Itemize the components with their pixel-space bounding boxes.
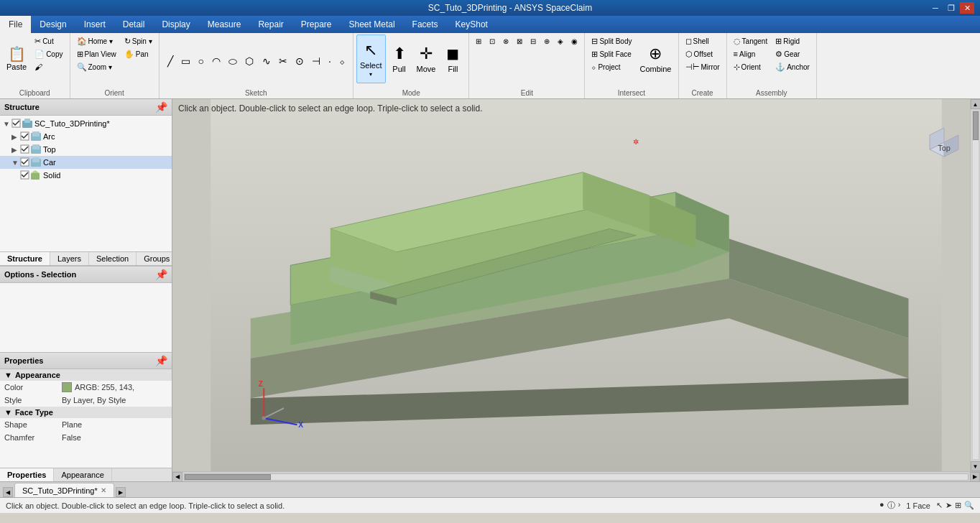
- tab-selection[interactable]: Selection: [89, 252, 137, 265]
- status-info-btn[interactable]: ⓘ: [887, 500, 895, 511]
- tab-groups[interactable]: Groups: [137, 252, 177, 265]
- edit-btn5[interactable]: ⊟: [527, 34, 540, 47]
- sketch-offset-btn[interactable]: ⊙: [292, 55, 308, 68]
- edit-btn7[interactable]: ◈: [554, 34, 567, 47]
- status-arrow2-icon[interactable]: ➤: [946, 501, 952, 510]
- edit-btn3[interactable]: ⊗: [499, 34, 512, 47]
- pan-button[interactable]: ✋ Pan: [121, 47, 156, 60]
- planview-button[interactable]: ⊞ Plan View: [73, 47, 120, 60]
- tree-check-car[interactable]: [20, 157, 30, 168]
- menu-design[interactable]: Design: [31, 16, 75, 33]
- prop-tab-appearance[interactable]: Appearance: [54, 468, 111, 481]
- tree-expander-car[interactable]: ▼: [11, 159, 20, 167]
- viewport[interactable]: Click an object. Double-click to select …: [172, 99, 980, 471]
- spin-button[interactable]: ↻ Spin ▾: [121, 34, 156, 47]
- options-pin[interactable]: 📌: [155, 269, 167, 280]
- menu-repair[interactable]: Repair: [249, 16, 292, 33]
- sketch-poly-btn[interactable]: ⬡: [241, 55, 257, 68]
- menu-display[interactable]: Display: [153, 16, 198, 33]
- status-arrow-btn[interactable]: ›: [898, 500, 901, 511]
- vscroll-down[interactable]: ▼: [971, 461, 981, 471]
- menu-sheetmetal[interactable]: Sheet Metal: [341, 16, 404, 33]
- format-button[interactable]: 🖌: [31, 60, 66, 73]
- sketch-circle-btn[interactable]: ○: [195, 55, 208, 68]
- orient-button[interactable]: ⊹ Orient: [730, 60, 772, 73]
- facetype-section-header[interactable]: ▼ Face Type: [0, 407, 172, 418]
- sketch-point-btn[interactable]: ·: [325, 55, 335, 68]
- vscroll-thumb[interactable]: [973, 111, 979, 140]
- edit-btn6[interactable]: ⊕: [540, 34, 553, 47]
- menu-measure[interactable]: Measure: [199, 16, 250, 33]
- project-button[interactable]: ⬦ Project: [588, 60, 635, 73]
- paste-button[interactable]: 📋 Paste: [3, 34, 30, 83]
- edit-btn4[interactable]: ⊠: [513, 34, 526, 47]
- tree-item-solid[interactable]: Solid: [0, 169, 172, 182]
- tab-layers[interactable]: Layers: [50, 252, 89, 265]
- rigid-button[interactable]: ⊞ Rigid: [772, 34, 813, 47]
- sketch-ellipse-btn[interactable]: ⬭: [225, 55, 241, 68]
- vscroll-up[interactable]: ▲: [971, 99, 981, 109]
- tree-check-root[interactable]: [11, 119, 22, 129]
- doc-tab-close[interactable]: ✕: [101, 486, 106, 494]
- gear-button[interactable]: ⚙ Gear: [772, 47, 813, 60]
- cut-button[interactable]: ✂ Cut: [31, 34, 66, 47]
- status-search-icon[interactable]: 🔍: [964, 501, 974, 510]
- tree-item-arc[interactable]: ▶ Arc: [0, 130, 172, 143]
- menu-keyshot[interactable]: KeyShot: [447, 16, 496, 33]
- sketch-spline-btn[interactable]: ∿: [259, 55, 274, 68]
- combine-button[interactable]: ⊕ Combine: [636, 34, 675, 83]
- hscroll-thumb[interactable]: [185, 474, 271, 480]
- tree-item-top[interactable]: ▶ Top: [0, 143, 172, 156]
- pull-button[interactable]: ⬆ Pull: [387, 34, 412, 83]
- doctab-scroll-left[interactable]: ◀: [3, 487, 13, 497]
- anchor-button[interactable]: ⚓ Anchor: [772, 60, 813, 73]
- minimize-button[interactable]: ─: [928, 2, 943, 14]
- hscroll-right[interactable]: ▶: [970, 472, 980, 482]
- zoom-button[interactable]: 🔍 Zoom ▾: [73, 60, 120, 73]
- appearance-section-header[interactable]: ▼ Appearance: [0, 369, 172, 381]
- splitface-button[interactable]: ⊞ Split Face: [588, 47, 635, 60]
- menu-detail[interactable]: Detail: [114, 16, 154, 33]
- status-frame-icon[interactable]: ⊞: [955, 501, 961, 510]
- tab-structure[interactable]: Structure: [0, 252, 50, 265]
- tree-expander-top[interactable]: ▶: [11, 146, 20, 154]
- sketch-dim-btn[interactable]: ⊣: [308, 55, 324, 68]
- mirror-button[interactable]: ⊣⊢ Mirror: [682, 60, 724, 73]
- align-button[interactable]: ≡ Align: [730, 47, 772, 60]
- menu-insert[interactable]: Insert: [75, 16, 114, 33]
- close-button[interactable]: ✕: [960, 2, 974, 14]
- move-button[interactable]: ✛ Move: [413, 34, 440, 83]
- tree-item-car[interactable]: ▼ Car: [0, 156, 172, 169]
- status-cursor-icon[interactable]: ↖: [936, 501, 943, 510]
- tree-expander-arc[interactable]: ▶: [11, 133, 20, 141]
- sketch-rect-btn[interactable]: ▭: [177, 55, 194, 68]
- splitbody-button[interactable]: ⊟ Split Body: [588, 34, 635, 47]
- doctab-scroll-right[interactable]: ▶: [116, 487, 126, 497]
- tree-check-top[interactable]: [20, 144, 30, 155]
- doc-tab-main[interactable]: SC_Tuto_3DPrinting* ✕: [14, 483, 114, 497]
- structure-pin[interactable]: 📌: [155, 101, 167, 113]
- viewport-vscroll[interactable]: ▲ ▼: [970, 99, 980, 471]
- nav-cube[interactable]: Top: [915, 121, 973, 178]
- tangent-button[interactable]: ◌ Tangent: [730, 34, 772, 47]
- tree-item-root[interactable]: ▼ SC_Tuto_3DPrinting*: [0, 117, 172, 130]
- tree-expander-root[interactable]: ▼: [3, 120, 11, 128]
- home-button[interactable]: 🏠 Home ▾: [73, 34, 120, 47]
- menu-file[interactable]: File: [0, 16, 31, 33]
- hscroll-left[interactable]: ◀: [172, 472, 182, 482]
- shell-button[interactable]: ◻ Shell: [682, 34, 724, 47]
- tree-check-solid[interactable]: [20, 170, 30, 181]
- sketch-line-btn[interactable]: ╱: [164, 55, 177, 68]
- select-button[interactable]: ↖ Select ▾: [356, 34, 386, 83]
- edit-btn1[interactable]: ⊞: [472, 34, 485, 47]
- properties-pin[interactable]: 📌: [155, 355, 167, 366]
- status-circle-btn[interactable]: ●: [879, 500, 884, 511]
- sketch-trim-btn[interactable]: ✂: [275, 55, 291, 68]
- sketch-arc-btn[interactable]: ◠: [208, 55, 224, 68]
- menu-facets[interactable]: Facets: [404, 16, 447, 33]
- maximize-button[interactable]: ❐: [944, 2, 958, 14]
- tree-check-arc[interactable]: [20, 131, 30, 142]
- edit-btn2[interactable]: ⊡: [486, 34, 499, 47]
- offset-button[interactable]: ⬡ Offset: [682, 47, 724, 60]
- copy-button[interactable]: 📄 Copy: [31, 47, 66, 60]
